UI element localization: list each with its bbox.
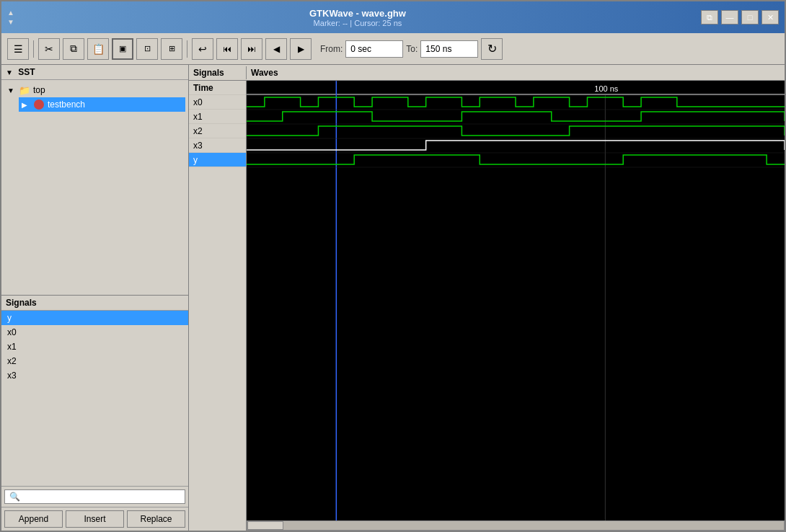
wave-col-scrollbar[interactable] bbox=[247, 520, 785, 531]
wave-label-x3: x3 bbox=[189, 138, 246, 153]
insert-button[interactable]: Insert bbox=[66, 510, 124, 528]
sst-panel: ▼ SST ▼ 📁 top ▶ testbench bbox=[1, 65, 188, 296]
copy-button[interactable]: ⧉ bbox=[63, 38, 84, 60]
signal-names-col: Time x0 x1 x2 x3 y bbox=[189, 81, 247, 520]
prev-button[interactable]: ◀ bbox=[265, 38, 287, 60]
sst-header: ▼ SST bbox=[1, 65, 188, 80]
append-button[interactable]: Append bbox=[4, 510, 63, 528]
first-button[interactable]: ⏮ bbox=[216, 38, 238, 60]
maximize-button[interactable]: □ bbox=[741, 10, 759, 25]
signals-panel-header: Signals bbox=[1, 296, 188, 311]
wave-label-y: y bbox=[189, 153, 246, 167]
window-subtitle: Marker: -- | Cursor: 25 ns bbox=[14, 19, 701, 27]
title-bar-arrows: ▲ ▼ bbox=[7, 9, 14, 26]
sst-label: SST bbox=[18, 67, 35, 77]
zoom-select-button[interactable]: ⊞ bbox=[161, 38, 182, 60]
time-row: Time bbox=[189, 81, 246, 95]
to-label: To: bbox=[406, 44, 418, 54]
wave-area: Time x0 x1 x2 x3 y bbox=[189, 81, 785, 520]
bottom-buttons: Append Insert Replace bbox=[1, 507, 188, 531]
search-icon: 🔍 bbox=[9, 492, 20, 502]
signal-item-x1[interactable]: x1 bbox=[1, 340, 188, 354]
signals-col-header: Signals bbox=[189, 66, 247, 79]
scroll-track[interactable] bbox=[247, 520, 785, 531]
arrow-down-icon[interactable]: ▼ bbox=[7, 18, 14, 26]
bottom-scroll-area bbox=[189, 520, 785, 531]
component-icon-testbench bbox=[33, 99, 45, 110]
search-box: 🔍 bbox=[1, 486, 188, 507]
waveform-canvas bbox=[247, 81, 785, 520]
title-bar-controls: ⧉ — □ ✕ bbox=[701, 10, 779, 25]
replace-button[interactable]: Replace bbox=[127, 510, 185, 528]
minimize-button[interactable]: — bbox=[721, 10, 738, 25]
tree-item-testbench[interactable]: ▶ testbench bbox=[19, 97, 185, 112]
signal-item-x2[interactable]: x2 bbox=[1, 354, 188, 368]
tree-label-top: top bbox=[33, 85, 45, 95]
signal-item-y[interactable]: y bbox=[1, 311, 188, 325]
waves-col-header: Waves bbox=[247, 66, 785, 79]
signal-item-x0[interactable]: x0 bbox=[1, 325, 188, 340]
next-button[interactable]: ▶ bbox=[290, 38, 312, 60]
scroll-thumb[interactable] bbox=[247, 521, 283, 530]
last-button[interactable]: ⏭ bbox=[241, 38, 262, 60]
sst-tree[interactable]: ▼ 📁 top ▶ testbench bbox=[1, 80, 188, 295]
right-panel: Signals Waves Time x0 x1 x2 x3 y bbox=[189, 65, 785, 531]
left-panel: ▼ SST ▼ 📁 top ▶ testbench bbox=[1, 65, 189, 531]
signal-item-x3[interactable]: x3 bbox=[1, 368, 188, 383]
zoom-fit-button[interactable]: ⊡ bbox=[136, 38, 158, 60]
sst-toggle-icon[interactable]: ▼ bbox=[6, 68, 13, 76]
main-window: ▲ ▼ GTKWave - wave.ghw Marker: -- | Curs… bbox=[0, 0, 786, 532]
separator-2 bbox=[187, 40, 187, 58]
signals-panel: Signals y x0 x1 x2 x3 🔍 Append Insert bbox=[1, 296, 188, 531]
undo-button[interactable]: ↩ bbox=[192, 38, 213, 60]
menu-button[interactable]: ☰ bbox=[7, 38, 29, 60]
select-all-button[interactable]: ▣ bbox=[112, 38, 133, 60]
to-input[interactable] bbox=[420, 40, 478, 58]
cut-button[interactable]: ✂ bbox=[38, 38, 60, 60]
title-bar-left: ▲ ▼ bbox=[7, 9, 14, 26]
main-content: ▼ SST ▼ 📁 top ▶ testbench bbox=[1, 65, 785, 531]
folder-icon-top: 📁 bbox=[19, 84, 30, 96]
tree-label-testbench: testbench bbox=[48, 99, 85, 110]
from-input[interactable] bbox=[345, 40, 403, 58]
wave-label-x1: x1 bbox=[189, 110, 246, 124]
window-title: GTKWave - wave.ghw bbox=[14, 8, 701, 19]
arrow-up-icon[interactable]: ▲ bbox=[7, 9, 14, 17]
from-to-group: From: To: bbox=[320, 40, 478, 58]
tree-toggle-top[interactable]: ▼ bbox=[7, 87, 16, 94]
search-input-wrap: 🔍 bbox=[4, 489, 185, 504]
signal-col-scrollbar bbox=[189, 520, 247, 531]
close-button[interactable]: ✕ bbox=[761, 10, 779, 25]
paste-button[interactable]: 📋 bbox=[87, 38, 109, 60]
from-label: From: bbox=[320, 44, 343, 54]
reload-button[interactable]: ↻ bbox=[481, 38, 503, 60]
tree-item-top[interactable]: ▼ 📁 top bbox=[4, 83, 185, 97]
toolbar: ☰ ✂ ⧉ 📋 ▣ ⊡ ⊞ ↩ ⏮ ⏭ ◀ ▶ From: To: ↻ bbox=[1, 33, 785, 65]
waves-header-bar: Signals Waves bbox=[189, 65, 785, 81]
separator-1 bbox=[33, 40, 34, 58]
search-input[interactable] bbox=[20, 492, 180, 502]
waveform-canvas-area[interactable] bbox=[247, 81, 785, 520]
wave-label-x0: x0 bbox=[189, 95, 246, 110]
restore-button[interactable]: ⧉ bbox=[701, 10, 718, 25]
title-bar: ▲ ▼ GTKWave - wave.ghw Marker: -- | Curs… bbox=[1, 1, 785, 33]
tree-toggle-testbench[interactable]: ▶ bbox=[22, 101, 30, 109]
signals-list[interactable]: y x0 x1 x2 x3 bbox=[1, 311, 188, 486]
title-bar-center: GTKWave - wave.ghw Marker: -- | Cursor: … bbox=[14, 8, 701, 27]
wave-label-x2: x2 bbox=[189, 124, 246, 138]
